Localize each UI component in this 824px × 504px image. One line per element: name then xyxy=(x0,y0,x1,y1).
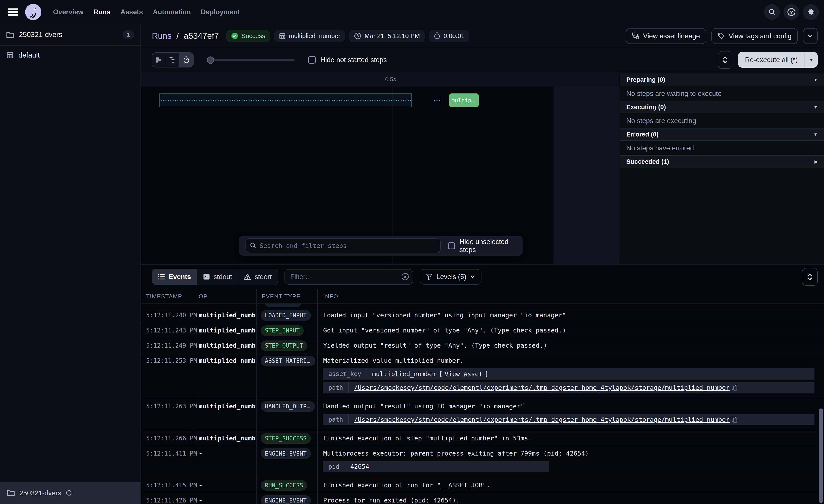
hide-unselected-checkbox[interactable]: Hide unselected steps xyxy=(448,238,517,254)
sidebar-repo-row[interactable]: 250321-dvers 1 xyxy=(0,24,140,46)
event-metadata-table: asset_key multiplied_number [View Asset] xyxy=(323,368,815,380)
view-tags-config-button[interactable]: View tags and config xyxy=(711,28,798,44)
section-errored[interactable]: Errored (0) ▼ xyxy=(620,128,824,141)
lineage-icon xyxy=(632,32,639,39)
step-status-panel: Preparing (0) ▼ No steps are waiting to … xyxy=(620,72,824,264)
view-asset-link[interactable]: View Asset xyxy=(445,370,483,378)
event-type-chip: ASSET_MATERIALI… xyxy=(261,356,315,366)
nav-item-automation[interactable]: Automation xyxy=(153,8,191,16)
log-filter xyxy=(285,269,413,285)
duration-pill: 0:00:01 xyxy=(429,30,470,42)
sidebar-footer[interactable]: 250321-dvers xyxy=(0,482,140,504)
section-preparing[interactable]: Preparing (0) ▼ xyxy=(620,74,824,86)
gantt-waiting-span xyxy=(159,94,411,107)
nav-item-assets[interactable]: Assets xyxy=(121,8,143,16)
view-mode-timed-button[interactable] xyxy=(180,53,193,67)
search-button[interactable] xyxy=(764,4,780,20)
event-metadata-table: path /Users/smackesey/stm/code/elementl/… xyxy=(323,414,815,425)
reexecute-all-button[interactable]: Re-execute all (*) xyxy=(738,52,805,68)
hide-not-started-checkbox[interactable]: Hide not started steps xyxy=(308,56,387,64)
path-link[interactable]: /Users/smackesey/stm/code/elementl/exper… xyxy=(354,416,730,423)
table-row[interactable]: 5:12:11.243 PM multiplied_number STEP_IN… xyxy=(141,323,824,338)
tab-stdout[interactable]: stdout xyxy=(197,269,238,285)
event-op: multiplied_number xyxy=(193,354,256,399)
slider-thumb[interactable] xyxy=(207,56,214,64)
path-link[interactable]: /Users/smackesey/stm/code/elementl/exper… xyxy=(354,384,730,391)
nav-item-runs[interactable]: Runs xyxy=(94,8,111,16)
table-row[interactable]: 5:12:11.253 PM multiplied_number ASSET_M… xyxy=(141,354,824,399)
section-errored-body: No steps have errored xyxy=(620,141,824,155)
gantt-step-bar[interactable]: multiplied_number xyxy=(449,94,479,107)
table-row[interactable]: 5:12:11.415 PM - RUN_SUCCESS Finished ex… xyxy=(141,478,824,493)
gantt-toolbar-right: Re-execute all (*) ▾ xyxy=(718,51,818,69)
gantt-offrange-region xyxy=(553,87,620,264)
breadcrumb-runs-link[interactable]: Runs xyxy=(152,31,172,40)
gantt-dependency-dashes xyxy=(160,100,411,101)
folder-icon xyxy=(7,490,15,496)
section-executing-body: No steps are executing xyxy=(620,113,824,128)
table-row[interactable]: 5:12:11.240 PM multiplied_number LOADED_… xyxy=(141,308,824,323)
expand-vertical-icon xyxy=(807,273,812,281)
event-type-chip: RUN_SUCCESS xyxy=(261,480,307,491)
tab-stderr[interactable]: stderr xyxy=(238,269,278,285)
bracket-close: ] xyxy=(485,370,489,378)
event-info: Yielded output "result" of type "Any". (… xyxy=(323,338,815,353)
nav-item-overview[interactable]: Overview xyxy=(53,8,83,16)
asset-tag[interactable]: multiplied_number xyxy=(274,30,345,42)
event-info: Process for run exited (pid: 42654). xyxy=(323,493,815,504)
repo-count-badge: 1 xyxy=(122,30,134,39)
metadata-value: multiplied_number xyxy=(372,370,437,378)
view-asset-lineage-button[interactable]: View asset lineage xyxy=(626,28,706,44)
expand-panel-button[interactable] xyxy=(718,51,732,69)
table-row[interactable]: 5:12:11.426 PM - ENGINE_EVENT Process fo… xyxy=(141,493,824,504)
levels-button[interactable]: Levels (5) xyxy=(420,269,482,285)
section-title: Errored (0) xyxy=(626,131,658,138)
tab-events[interactable]: Events xyxy=(152,269,197,285)
reexecute-dropdown-button[interactable]: ▾ xyxy=(805,52,818,68)
log-filter-input[interactable] xyxy=(285,269,413,285)
main-nav: Overview Runs Assets Automation Deployme… xyxy=(53,8,240,16)
event-op: multiplied_number xyxy=(193,399,256,431)
settings-button[interactable] xyxy=(803,4,819,20)
run-meta-pills: Success multiplied_number Mar 21, 5:12:1… xyxy=(226,30,470,42)
section-executing[interactable]: Executing (0) ▼ xyxy=(620,101,824,113)
table-row[interactable]: 5:12:11.266 PM multiplied_number STEP_SU… xyxy=(141,431,824,446)
gantt-chart[interactable]: 0.5s multiplied_number xyxy=(141,72,620,264)
sidebar-job-default[interactable]: default xyxy=(0,46,140,65)
section-succeeded[interactable]: Succeeded (1) ▶ xyxy=(620,155,824,168)
log-toolbar-right xyxy=(802,268,818,286)
dagster-logo[interactable] xyxy=(25,4,41,20)
expand-log-button[interactable] xyxy=(802,268,818,286)
view-mode-flat-button[interactable] xyxy=(152,53,166,67)
event-info: Got input "versioned_number" of type "An… xyxy=(323,323,815,338)
event-op: - xyxy=(193,478,256,493)
checkbox-icon xyxy=(308,56,316,64)
hamburger-menu-icon[interactable] xyxy=(8,8,18,16)
table-row[interactable]: 5:12:11.249 PM multiplied_number STEP_OU… xyxy=(141,338,824,354)
event-timestamp: 5:12:11.243 PM xyxy=(141,323,194,338)
duration-label: 0:00:01 xyxy=(444,32,465,39)
col-header-timestamp: TIMESTAMP xyxy=(141,289,194,303)
gantt-tick-mark xyxy=(440,94,440,107)
metadata-key: pid xyxy=(323,461,345,473)
step-search-input[interactable] xyxy=(245,238,441,253)
help-button[interactable]: ? xyxy=(784,4,799,20)
nav-item-deployment[interactable]: Deployment xyxy=(201,8,240,16)
gantt-toolbar: Hide not started steps Re-execute all (*… xyxy=(141,48,824,72)
run-header: Runs / a5347ef7 Success multiplied_numbe… xyxy=(141,24,824,48)
table-row[interactable]: 5:12:11.263 PM multiplied_number HANDLED… xyxy=(141,399,824,431)
view-mode-waterfall-button[interactable] xyxy=(166,53,180,67)
tab-stderr-label: stderr xyxy=(254,273,272,281)
copy-icon[interactable] xyxy=(732,384,737,391)
run-header-more-button[interactable] xyxy=(803,28,818,44)
gantt-zoom-slider[interactable] xyxy=(207,53,294,67)
vertical-scrollbar[interactable] xyxy=(819,408,823,503)
copy-icon[interactable] xyxy=(732,416,737,423)
metadata-value: 42654 xyxy=(350,463,369,470)
clear-filter-icon[interactable] xyxy=(401,273,409,280)
reload-icon[interactable] xyxy=(66,490,72,496)
table-row[interactable]: 5:12:11.411 PM - ENGINE_EVENT Multiproce… xyxy=(141,446,824,478)
event-info: Loaded input "versioned_number" using in… xyxy=(323,308,815,323)
levels-label: Levels (5) xyxy=(436,273,466,281)
dagster-run-page: Overview Runs Assets Automation Deployme… xyxy=(0,0,824,504)
